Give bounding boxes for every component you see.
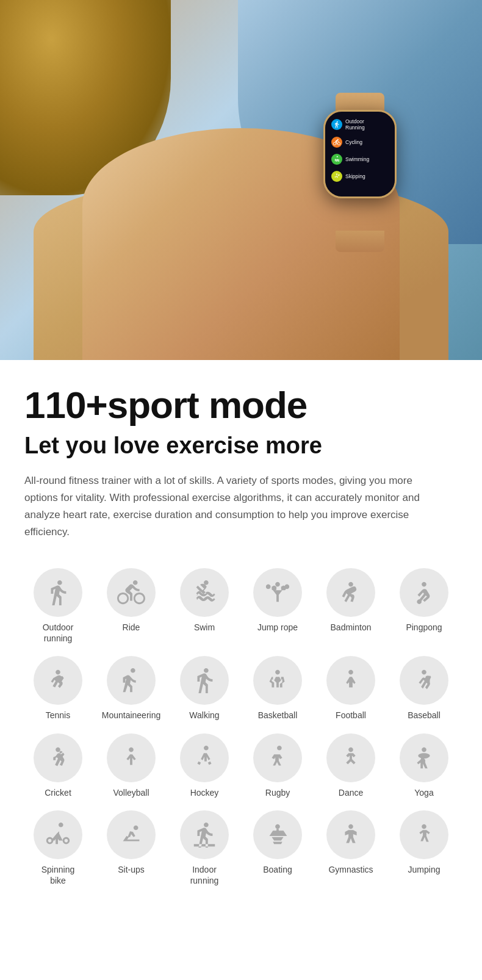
sport-label-walking: Walking (189, 710, 219, 721)
sport-icon-volleyball (107, 733, 156, 782)
main-title: 110+sport mode (24, 384, 458, 426)
sport-icon-mountaineering (107, 656, 156, 705)
sport-icon-badminton (326, 568, 375, 617)
sport-icon-swim (180, 568, 229, 617)
watch-menu-item-3: Swimming (329, 152, 391, 167)
watch-screen: OutdoorRunning Cycling Swimming (325, 112, 395, 196)
sport-label-swim: Swim (194, 622, 215, 633)
sport-icon-hockey (180, 733, 229, 782)
sport-icon-outdoor-running (34, 568, 82, 617)
sport-icon-indoor-running (180, 810, 229, 859)
watch-icon-swimming (331, 154, 342, 165)
sport-pingpong: Pingpong (390, 568, 458, 644)
sport-label-sit-ups: Sit-ups (118, 864, 145, 875)
sport-icon-boating (253, 810, 302, 859)
hero-section: OutdoorRunning Cycling Swimming (0, 0, 482, 360)
watch: OutdoorRunning Cycling Swimming (311, 110, 409, 232)
sport-icon-football (326, 656, 375, 705)
sport-label-football: Football (336, 710, 366, 721)
sport-label-yoga: Yoga (414, 787, 433, 798)
sport-volleyball: Volleyball (98, 733, 165, 798)
sport-label-hockey: Hockey (190, 787, 219, 798)
sport-outdoor-running: Outdoorrunning (24, 568, 92, 644)
sport-badminton: Badminton (317, 568, 384, 644)
sport-icon-basketball (253, 656, 302, 705)
sport-icon-tennis (34, 656, 82, 705)
sport-basketball: Basketball (244, 656, 311, 721)
sport-label-outdoor-running: Outdoorrunning (43, 622, 74, 644)
sports-grid: Outdoorrunning Ride Swim Jump rope (24, 568, 458, 886)
sport-swim: Swim (171, 568, 238, 644)
sport-label-dance: Dance (339, 787, 363, 798)
sport-icon-spinning-bike (34, 810, 82, 859)
sport-icon-yoga (400, 733, 448, 782)
watch-menu-item-2: Cycling (329, 135, 391, 150)
sport-icon-dance (326, 733, 375, 782)
watch-icon-running (331, 119, 342, 130)
sport-icon-pingpong (400, 568, 448, 617)
sport-label-indoor-running: Indoorrunning (190, 864, 219, 886)
watch-body: OutdoorRunning Cycling Swimming (323, 110, 397, 198)
sport-sit-ups: Sit-ups (98, 810, 165, 886)
sport-jump-rope: Jump rope (244, 568, 311, 644)
description: All-round fitness trainer with a lot of … (24, 472, 439, 541)
sport-label-rugby: Rugby (265, 787, 290, 798)
sport-football: Football (317, 656, 384, 721)
sport-dance: Dance (317, 733, 384, 798)
sub-title: Let you love exercise more (24, 432, 458, 460)
sport-label-mountaineering: Mountaineering (102, 710, 161, 721)
sport-icon-cricket (34, 733, 82, 782)
watch-label-swimming: Swimming (345, 156, 369, 162)
sport-label-ride: Ride (123, 622, 140, 633)
sport-label-cricket: Cricket (45, 787, 71, 798)
sport-jumping: Jumping (390, 810, 458, 886)
sport-label-spinning-bike: Spinningbike (41, 864, 75, 886)
sport-label-jumping: Jumping (408, 864, 441, 875)
sport-label-badminton: Badminton (331, 622, 372, 633)
sport-label-jump-rope: Jump rope (257, 622, 298, 633)
sport-icon-ride (107, 568, 156, 617)
sport-indoor-running: Indoorrunning (171, 810, 238, 886)
watch-strap-bottom (336, 231, 384, 252)
watch-icon-skipping (331, 171, 342, 182)
sport-cricket: Cricket (24, 733, 92, 798)
sport-icon-jumping (400, 810, 448, 859)
sport-icon-baseball (400, 656, 448, 705)
sport-icon-gymnastics (326, 810, 375, 859)
sport-label-baseball: Baseball (408, 710, 441, 721)
sport-label-tennis: Tennis (46, 710, 70, 721)
sport-icon-jump-rope (253, 568, 302, 617)
sport-label-pingpong: Pingpong (406, 622, 442, 633)
watch-menu-item-4: Skipping (329, 169, 391, 184)
watch-strap-top (336, 93, 384, 111)
sport-boating: Boating (244, 810, 311, 886)
sport-hockey: Hockey (171, 733, 238, 798)
sport-ride: Ride (98, 568, 165, 644)
sport-icon-rugby (253, 733, 302, 782)
watch-menu-item-1: OutdoorRunning (329, 117, 391, 132)
sport-icon-sit-ups (107, 810, 156, 859)
sport-label-boating: Boating (263, 864, 292, 875)
sport-icon-walking (180, 656, 229, 705)
sport-label-gymnastics: Gymnastics (328, 864, 373, 875)
watch-label-running: OutdoorRunning (345, 118, 365, 131)
sport-spinning-bike: Spinningbike (24, 810, 92, 886)
sport-rugby: Rugby (244, 733, 311, 798)
sport-gymnastics: Gymnastics (317, 810, 384, 886)
sport-label-volleyball: Volleyball (113, 787, 149, 798)
sport-yoga: Yoga (390, 733, 458, 798)
watch-label-cycling: Cycling (345, 139, 362, 145)
sport-tennis: Tennis (24, 656, 92, 721)
sport-label-basketball: Basketball (258, 710, 298, 721)
sport-mountaineering: Mountaineering (98, 656, 165, 721)
content-section: 110+sport mode Let you love exercise mor… (0, 360, 482, 980)
watch-label-skipping: Skipping (345, 173, 365, 179)
sport-walking: Walking (171, 656, 238, 721)
watch-icon-cycling (331, 137, 342, 148)
sport-baseball: Baseball (390, 656, 458, 721)
